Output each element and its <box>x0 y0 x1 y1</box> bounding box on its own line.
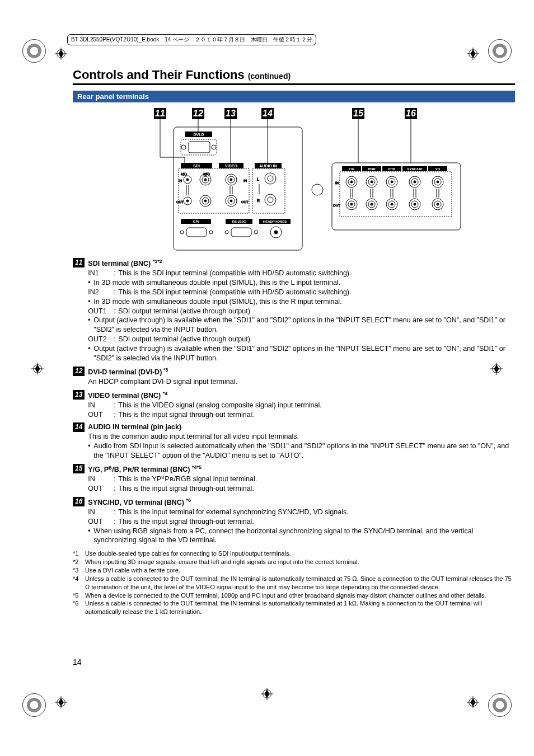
item-row: OUT:This is the input signal through-out… <box>88 410 515 420</box>
svg-marker-7 <box>470 50 475 58</box>
crop-mark-icon <box>488 39 512 63</box>
svg-marker-27 <box>264 690 269 698</box>
svg-point-103 <box>180 231 184 234</box>
svg-point-127 <box>350 181 353 183</box>
footnote-marker: *5 <box>73 591 85 600</box>
page-number: 14 <box>73 658 82 666</box>
footnote-text: Unless a cable is connected to the OUT t… <box>85 599 515 616</box>
row-label: IN <box>88 508 114 517</box>
svg-point-82 <box>230 179 232 181</box>
svg-text:HEADPHONES: HEADPHONES <box>263 220 287 223</box>
footnote-marker: *6 <box>73 599 85 616</box>
svg-text:14: 14 <box>263 109 273 118</box>
svg-text:Pb/B: Pb/B <box>368 167 376 171</box>
svg-point-71 <box>204 179 207 181</box>
svg-point-77 <box>204 200 207 202</box>
row-label: OUT <box>88 410 114 420</box>
footnote: *2When inputting 3D image signals, ensur… <box>73 558 515 566</box>
row-text: This is the input signal through-out ter… <box>118 517 515 527</box>
row-label: IN <box>88 475 114 484</box>
footnote-text: Use a DVI cable with a ferrite core. <box>85 566 515 575</box>
print-header-strip: BT-3DL2550PE(VQT2U10)_E.book 14 ページ ２０１０… <box>67 34 316 45</box>
terminal-item: 15Y/G, Pᴮ/B, Pʀ/R terminal (BNC) *4*5IN:… <box>73 464 515 494</box>
terminal-item: 14AUDIO IN terminal (pin jack)This is th… <box>73 422 515 461</box>
svg-text:L: L <box>257 177 259 181</box>
footnote-text: When a device is connected to the OUT te… <box>85 591 515 600</box>
svg-text:16: 16 <box>406 109 416 118</box>
footnote-text: Unless a cable is connected to the OUT t… <box>85 575 515 591</box>
svg-point-111 <box>312 184 323 195</box>
item-row: OUT1:SDI output terminal (active through… <box>88 307 515 316</box>
footnote-text: When inputting 3D image signals, ensure … <box>85 558 515 566</box>
row-text: This is the SDI input terminal (compatib… <box>118 288 515 297</box>
svg-text:IN: IN <box>335 181 339 185</box>
row-text: SDI output terminal (active through outp… <box>118 307 515 316</box>
footnote-marker: *1 <box>73 550 85 558</box>
svg-text:VIDEO: VIDEO <box>225 164 237 168</box>
svg-rect-63 <box>252 168 285 213</box>
row-label: OUT1 <box>88 307 114 316</box>
item-bullet: •Output (active through) is available wh… <box>88 316 515 335</box>
svg-text:1(L): 1(L) <box>181 172 187 176</box>
content-area: Controls and Their Functions (continued)… <box>73 68 515 616</box>
item-number: 13 <box>73 390 85 400</box>
svg-text:OUT: OUT <box>333 204 340 207</box>
row-label: OUT2 <box>88 335 114 344</box>
svg-text:GPI: GPI <box>193 220 199 223</box>
bullet-text: Output (active through) is available whe… <box>93 344 515 363</box>
bullet-text: Audio from SDI input is selected automat… <box>93 442 515 461</box>
item-row: IN1:This is the SDI input terminal (comp… <box>88 269 515 278</box>
crop-mark-icon <box>22 39 46 63</box>
row-text: This is the VIDEO signal (analog composi… <box>118 401 515 410</box>
row-label: IN2 <box>88 288 114 297</box>
page-title-sub: (continued) <box>248 72 291 81</box>
footnote: *6Unless a cable is connected to the OUT… <box>73 599 515 616</box>
svg-point-74 <box>186 200 189 202</box>
footnote-marker: *2 <box>73 558 85 566</box>
svg-text:15: 15 <box>353 109 364 118</box>
item-row: OUT2:SDI output terminal (active through… <box>88 335 515 344</box>
footnote-marker: *3 <box>73 566 85 575</box>
item-body: DVI-D terminal (DVI-D) *3An HDCP complia… <box>88 367 515 387</box>
page-title-main: Controls and Their Functions <box>73 68 248 82</box>
row-text: This is the input signal through-out ter… <box>118 410 515 420</box>
footnote: *5When a device is connected to the OUT … <box>73 591 515 600</box>
bullet-text: When using RGB signals from a PC, connec… <box>93 527 515 546</box>
item-row: OUT:This is the input signal through-out… <box>88 484 515 494</box>
svg-text:IN: IN <box>179 179 182 182</box>
svg-rect-54 <box>189 142 210 153</box>
svg-point-53 <box>181 145 186 149</box>
terminal-item: 12DVI-D terminal (DVI-D) *3An HDCP compl… <box>73 367 515 387</box>
svg-rect-122 <box>340 172 452 217</box>
svg-text:RS-232C: RS-232C <box>232 220 246 223</box>
item-title: Y/G, Pᴮ/B, Pʀ/R terminal (BNC) *4*5 <box>88 464 515 475</box>
svg-point-139 <box>437 181 439 183</box>
svg-marker-23 <box>494 365 499 373</box>
svg-point-68 <box>186 179 189 181</box>
item-number: 15 <box>73 464 85 473</box>
svg-text:OUT: OUT <box>176 200 184 204</box>
svg-rect-107 <box>231 228 251 237</box>
svg-point-106 <box>225 231 228 234</box>
svg-text:12: 12 <box>193 109 203 118</box>
row-text: This is the YPᴮPʀ/RGB signal input termi… <box>118 475 515 484</box>
item-title: AUDIO IN terminal (pin jack) <box>88 422 515 432</box>
svg-point-130 <box>371 181 373 183</box>
rear-panel-diagram: 11 12 13 14 15 16 <box>73 108 515 253</box>
terminal-item: 11SDI terminal (BNC) *1*2IN1:This is the… <box>73 258 515 363</box>
terminal-items-list: 11SDI terminal (BNC) *1*2IN1:This is the… <box>73 258 515 545</box>
svg-rect-62 <box>179 168 249 213</box>
row-text: This is the input signal through-out ter… <box>118 484 515 494</box>
item-number: 14 <box>73 422 85 432</box>
registration-target-icon <box>467 696 479 708</box>
svg-text:DVI-D: DVI-D <box>193 133 204 137</box>
svg-point-95 <box>268 197 273 203</box>
svg-rect-104 <box>186 228 207 237</box>
registration-target-icon <box>261 688 273 700</box>
title-rule <box>73 83 515 85</box>
registration-target-icon <box>467 48 479 60</box>
svg-marker-3 <box>58 50 63 58</box>
page-title: Controls and Their Functions (continued) <box>73 68 515 82</box>
footnote: *3Use a DVI cable with a ferrite core. <box>73 566 515 575</box>
item-body: SYNC/HD, VD terminal (BNC) *6IN:This is … <box>88 497 515 546</box>
